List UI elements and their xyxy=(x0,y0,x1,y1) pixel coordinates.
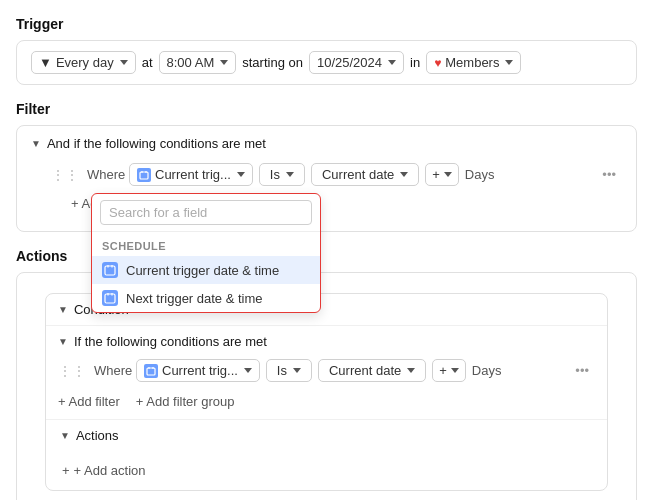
condition-block: ▼ And if the following conditions are me… xyxy=(17,126,636,231)
chevron-down-icon: ▼ xyxy=(39,55,52,70)
trigger-section: Trigger ▼ Every day at 8:00 AM starting … xyxy=(16,16,637,85)
starting-label: starting on xyxy=(242,55,303,70)
field-search-dropdown: SCHEDULE Current trigger date & time Nex… xyxy=(91,193,321,313)
trigger-title: Trigger xyxy=(16,16,637,32)
inner-plus-button[interactable]: + xyxy=(432,359,466,382)
svg-rect-3 xyxy=(105,266,115,275)
frequency-chevron-icon xyxy=(120,60,128,65)
trigger-card: ▼ Every day at 8:00 AM starting on 10/25… xyxy=(16,40,637,85)
in-label: in xyxy=(410,55,420,70)
where-label: Where xyxy=(87,167,123,182)
inner-plus-chevron-icon xyxy=(451,368,459,373)
search-input-wrapper xyxy=(92,194,320,232)
inner-operator-chevron-icon xyxy=(293,368,301,373)
field-calendar-icon xyxy=(137,168,151,182)
value-chevron-icon xyxy=(400,172,408,177)
frequency-dropdown[interactable]: ▼ Every day xyxy=(31,51,136,74)
heart-icon: ♥ xyxy=(434,56,441,70)
dropdown-item-label-1: Next trigger date & time xyxy=(126,291,263,306)
chevron-actions-icon: ▼ xyxy=(60,430,70,441)
time-chevron-icon xyxy=(220,60,228,65)
group-chevron-icon xyxy=(505,60,513,65)
chevron-down-icon: ▼ xyxy=(31,138,41,149)
inner-more-options-button[interactable]: ••• xyxy=(569,361,595,380)
operator-chevron-icon xyxy=(286,172,294,177)
dropdown-item-0[interactable]: Current trigger date & time xyxy=(92,256,320,284)
svg-rect-6 xyxy=(105,294,115,303)
inner-value-dropdown[interactable]: Current date xyxy=(318,359,426,382)
where-row: ⋮⋮ Where Current trig... Is Current date xyxy=(31,159,622,190)
inner-actions-row: ▼ Actions xyxy=(46,419,607,451)
condition-header-text: And if the following conditions are met xyxy=(47,136,266,151)
inner-where-label: Where xyxy=(94,363,130,378)
filter-section: Filter ▼ And if the following conditions… xyxy=(16,101,637,232)
condition-header: ▼ And if the following conditions are me… xyxy=(31,136,622,151)
calendar-icon-0 xyxy=(102,262,118,278)
svg-rect-0 xyxy=(140,172,148,179)
unit-label: Days xyxy=(465,167,495,182)
date-dropdown[interactable]: 10/25/2024 xyxy=(309,51,404,74)
dropdown-group-label: SCHEDULE xyxy=(92,232,320,256)
time-dropdown[interactable]: 8:00 AM xyxy=(159,51,237,74)
inner-actions-label: Actions xyxy=(76,428,119,443)
plus-chevron-icon xyxy=(444,172,452,177)
dropdown-item-label-0: Current trigger date & time xyxy=(126,263,279,278)
inner-field-dropdown[interactable]: Current trig... xyxy=(136,359,260,382)
inner-add-filter-button[interactable]: + Add filter xyxy=(58,394,120,409)
if-conditions-row: ▼ If the following conditions are met xyxy=(46,326,607,353)
trigger-row: ▼ Every day at 8:00 AM starting on 10/25… xyxy=(17,41,636,84)
inner-value-chevron-icon xyxy=(407,368,415,373)
inner-operator-dropdown[interactable]: Is xyxy=(266,359,312,382)
dropdown-item-1[interactable]: Next trigger date & time xyxy=(92,284,320,312)
more-options-button[interactable]: ••• xyxy=(596,165,622,184)
inner-drag-handle[interactable]: ⋮⋮ xyxy=(58,363,86,379)
calendar-icon-1 xyxy=(102,290,118,306)
filter-card: ▼ And if the following conditions are me… xyxy=(16,125,637,232)
inner-where-row: ⋮⋮ Where Current trig... Is Curr xyxy=(46,353,607,388)
inner-unit-label: Days xyxy=(472,363,502,378)
inner-add-filter-group-button[interactable]: + Add filter group xyxy=(136,394,235,409)
chevron-down-inner-icon: ▼ xyxy=(58,304,68,315)
drag-handle[interactable]: ⋮⋮ xyxy=(51,167,79,183)
field-dropdown[interactable]: Current trig... xyxy=(129,163,253,186)
date-chevron-icon xyxy=(388,60,396,65)
svg-rect-9 xyxy=(147,368,155,375)
plus-inner-icon: + xyxy=(62,463,70,478)
group-dropdown[interactable]: ♥ Members xyxy=(426,51,521,74)
inner-add-action-button[interactable]: + + Add action xyxy=(46,451,607,490)
plus-button[interactable]: + xyxy=(425,163,459,186)
condition-inner-card: ▼ Condition ▼ If the following condition… xyxy=(45,293,608,491)
search-input[interactable] xyxy=(100,200,312,225)
inner-field-chevron-icon xyxy=(244,368,252,373)
at-label: at xyxy=(142,55,153,70)
filter-title: Filter xyxy=(16,101,637,117)
chevron-if-icon: ▼ xyxy=(58,336,68,347)
inner-field-icon xyxy=(144,364,158,378)
inner-add-row: + Add filter + Add filter group xyxy=(46,388,607,419)
field-chevron-icon xyxy=(237,172,245,177)
operator-dropdown[interactable]: Is xyxy=(259,163,305,186)
value-dropdown[interactable]: Current date xyxy=(311,163,419,186)
if-label: If the following conditions are met xyxy=(74,334,267,349)
